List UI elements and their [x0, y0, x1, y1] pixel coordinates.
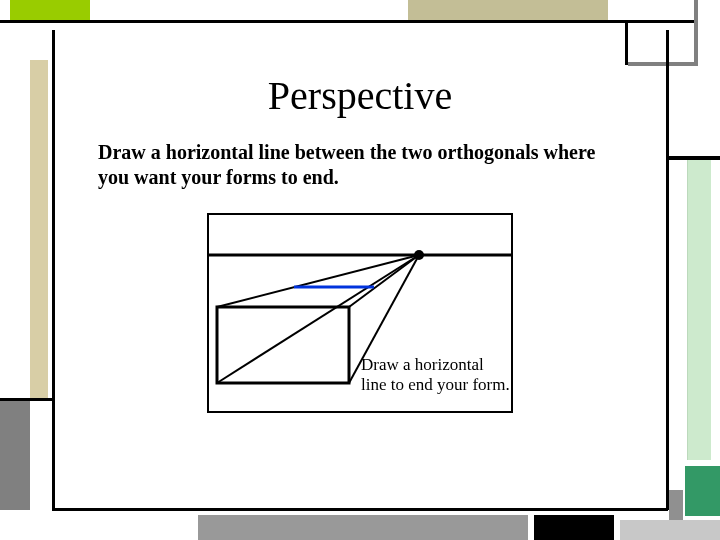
figure-caption-line1: Draw a horizontal [361, 355, 484, 375]
decor-black-left-line [0, 398, 52, 401]
perspective-figure: Draw a horizontal line to end your form. [207, 213, 513, 413]
decor-black-right-line [669, 156, 720, 160]
svg-line-2 [217, 255, 419, 307]
decor-teal-right [685, 466, 720, 516]
decor-line-top [0, 20, 698, 23]
decor-gray-bottom [198, 515, 528, 540]
slide-body-text: Draw a horizontal line between the two o… [98, 140, 628, 190]
figure-caption-line2: line to end your form. [361, 375, 510, 395]
decor-palegreen-right [687, 160, 711, 460]
decor-green-tab [10, 0, 90, 20]
slide-title: Perspective [0, 72, 720, 119]
decor-right-gray-v [694, 0, 698, 64]
decor-khaki-tab [408, 0, 608, 20]
decor-black-bottom [534, 515, 614, 540]
decor-frame-bottom [52, 508, 668, 511]
decor-midgray-under [620, 520, 720, 540]
slide-canvas: Perspective Draw a horizontal line betwe… [0, 0, 720, 540]
decor-line-top-right-v [625, 20, 628, 65]
decor-gray-left [0, 400, 30, 510]
decor-right-gray-h [628, 62, 698, 66]
